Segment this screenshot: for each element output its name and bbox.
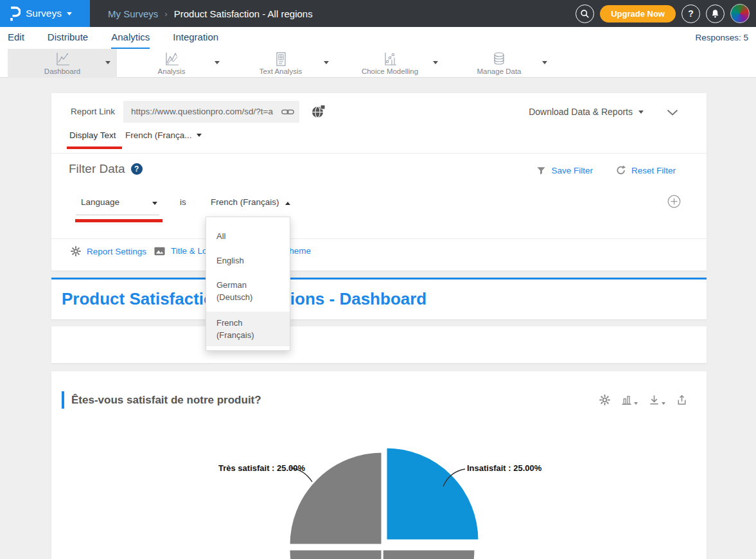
- active-tab-underline: [67, 146, 122, 149]
- filter-data-label: Filter Data: [69, 162, 125, 176]
- chevron-down-icon[interactable]: [433, 61, 438, 64]
- toolbar-analysis[interactable]: Analysis: [117, 49, 226, 78]
- responses-count: Responses: 5: [695, 27, 748, 49]
- toolbar-label: Analysis: [158, 67, 186, 75]
- download-data-reports-label: Download Data & Reports: [529, 107, 633, 117]
- divider: [51, 238, 707, 239]
- bell-icon: [710, 8, 720, 19]
- questionpro-analytics-page: Surveys My Surveys › Product Satisfactio…: [0, 0, 756, 559]
- pie-chart-svg: [51, 371, 707, 559]
- dropdown-option-english[interactable]: English: [206, 251, 290, 271]
- chevron-down-icon[interactable]: [324, 61, 329, 64]
- report-link-label: Report Link: [71, 101, 115, 123]
- survey-nav-tabs: Edit Distribute Analytics Integration Re…: [0, 27, 756, 49]
- analytics-toolbar: Dashboard Analysis Text Analysis: [0, 49, 756, 78]
- breadcrumb-current-survey: Product Satisfaction - All regions: [174, 8, 313, 19]
- toolbar-dashboard[interactable]: Dashboard: [8, 49, 117, 78]
- breadcrumb-separator: ›: [164, 9, 167, 19]
- app-name: Surveys: [26, 8, 62, 19]
- filter-field-value: Language: [81, 197, 119, 207]
- display-language-value: French (França...: [125, 130, 192, 140]
- product-switcher[interactable]: Surveys: [0, 0, 90, 27]
- save-filter-label: Save Filter: [551, 166, 593, 175]
- filter-value-text: French (Français): [211, 197, 279, 207]
- question-mark-icon: ?: [688, 8, 694, 19]
- topbar-actions: Upgrade Now ?: [576, 0, 750, 27]
- empty-report-block: [51, 326, 707, 363]
- user-avatar[interactable]: [730, 4, 750, 23]
- filter-operator: is: [180, 197, 186, 207]
- toolbar-manage-data[interactable]: Manage Data: [444, 49, 554, 78]
- chevron-down-icon: [67, 12, 72, 15]
- chevron-up-icon: [285, 202, 290, 205]
- save-filter-button[interactable]: Save Filter: [536, 165, 593, 175]
- upgrade-now-button[interactable]: Upgrade Now: [600, 5, 676, 22]
- report-quick-links: Report Settings Title & Logo Theme: [51, 245, 707, 264]
- filter-actions: Save Filter Reset Filter: [536, 165, 676, 175]
- pie-slice-insatisfait[interactable]: [386, 447, 479, 540]
- globe-lock-icon[interactable]: [311, 105, 326, 119]
- questionpro-logo-icon: [8, 6, 21, 22]
- pie-label-tres-satisfait: Très satisfait : 25.00%: [218, 463, 305, 473]
- toolbar-label: Manage Data: [477, 67, 521, 75]
- toolbar-label: Text Analysis: [259, 67, 302, 75]
- help-button[interactable]: ?: [681, 4, 700, 23]
- filter-field-active-underline: [75, 219, 163, 222]
- pie-slice-bottom-left[interactable]: [289, 549, 382, 559]
- analysis-chart-icon: [163, 51, 180, 67]
- divider: [51, 153, 707, 154]
- chevron-down-icon[interactable]: [215, 61, 220, 64]
- report-link-input[interactable]: https://www.questionpro.com/sd/?t=a: [123, 101, 299, 123]
- chevron-down-icon[interactable]: [105, 61, 110, 64]
- search-icon: [580, 9, 590, 19]
- report-panel: Report Link https://www.questionpro.com/…: [51, 93, 707, 271]
- text-analysis-icon: [272, 51, 289, 67]
- pie-slice-bottom-right[interactable]: [382, 549, 475, 559]
- reset-filter-button[interactable]: Reset Filter: [616, 165, 676, 175]
- dropdown-option-all[interactable]: All: [206, 226, 290, 246]
- report-settings-label: Report Settings: [87, 247, 146, 256]
- display-language-dropdown[interactable]: French (França...: [125, 130, 202, 140]
- tab-distribute[interactable]: Distribute: [48, 27, 88, 49]
- notifications-button[interactable]: [706, 4, 725, 23]
- chevron-down-icon: [197, 134, 202, 137]
- breadcrumb-my-surveys[interactable]: My Surveys: [108, 8, 158, 19]
- question-chart-card: Êtes-vous satisfait de notre produit?: [51, 371, 707, 559]
- download-data-reports-dropdown[interactable]: Download Data & Reports: [529, 101, 644, 123]
- pie-label-insatisfait: Insatisfait : 25.00%: [467, 463, 541, 473]
- add-filter-condition-button[interactable]: [667, 195, 681, 208]
- dashboard-chart-icon: [54, 51, 71, 67]
- report-settings-button[interactable]: Report Settings: [71, 246, 146, 256]
- dropdown-option-german[interactable]: German (Deutsch): [206, 275, 290, 307]
- refresh-icon: [616, 165, 626, 175]
- filter-field-select[interactable]: Language: [76, 191, 159, 215]
- search-button[interactable]: [576, 4, 594, 23]
- language-dropdown-menu: All English German (Deutsch) French (Fra…: [206, 217, 290, 351]
- toolbar-choice-modelling[interactable]: Choice Modelling: [335, 49, 444, 78]
- pie-chart: Très satisfait : 25.00% Insatisfait : 25…: [51, 371, 707, 559]
- funnel-icon: [536, 166, 546, 175]
- filter-data-heading: Filter Data ?: [69, 162, 143, 176]
- chevron-down-icon: [638, 111, 644, 114]
- link-icon[interactable]: [281, 107, 295, 117]
- image-icon: [154, 247, 165, 256]
- chevron-down-icon: [152, 202, 157, 205]
- filter-value-select[interactable]: French (Français): [206, 191, 292, 215]
- filter-help-icon[interactable]: ?: [131, 163, 143, 175]
- tab-display-text[interactable]: Display Text: [69, 130, 116, 140]
- database-icon: [491, 51, 507, 67]
- reset-filter-label: Reset Filter: [631, 166, 676, 175]
- dropdown-option-french[interactable]: French (Français): [206, 312, 290, 346]
- tab-integration[interactable]: Integration: [173, 27, 218, 49]
- tab-edit[interactable]: Edit: [8, 27, 24, 49]
- choice-modelling-icon: [382, 51, 398, 67]
- dashboard-title-card: Product Satisfaction - All regions - Das…: [51, 278, 707, 319]
- tab-analytics[interactable]: Analytics: [111, 27, 150, 49]
- top-bar: Surveys My Surveys › Product Satisfactio…: [0, 0, 756, 27]
- collapse-panel-chevron-icon[interactable]: [667, 109, 678, 116]
- breadcrumb: My Surveys › Product Satisfaction - All …: [108, 0, 313, 27]
- toolbar-text-analysis[interactable]: Text Analysis: [226, 49, 335, 78]
- toolbar-label: Choice Modelling: [362, 67, 418, 75]
- gear-icon: [71, 246, 81, 256]
- chevron-down-icon[interactable]: [542, 61, 547, 64]
